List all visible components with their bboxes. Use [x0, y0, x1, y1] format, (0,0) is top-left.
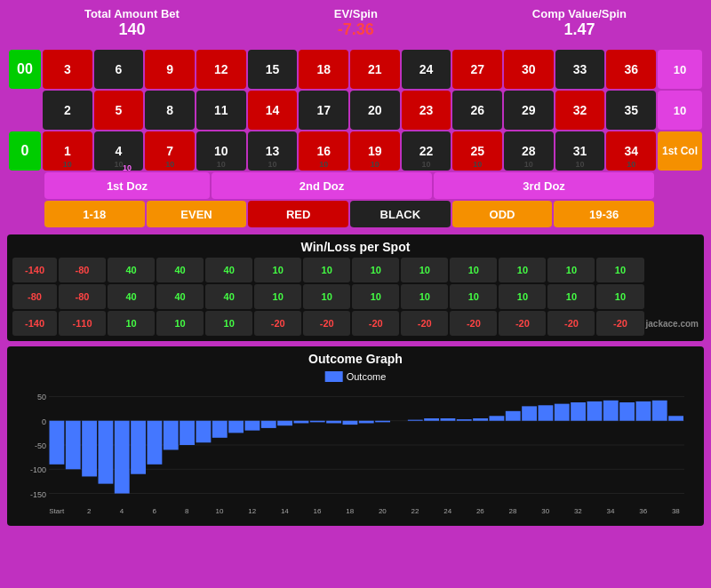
wl-cell-1-10: 10 [547, 284, 595, 309]
cell-16[interactable]: 1610 [299, 131, 348, 171]
cell-32[interactable]: 32 [555, 91, 605, 130]
cell-20[interactable]: 20 [350, 91, 400, 130]
cell-26[interactable]: 26 [452, 91, 502, 130]
cell-4[interactable]: 410 [94, 131, 144, 171]
bet-even[interactable]: EVEN [147, 201, 247, 227]
cell-13[interactable]: 1310 [248, 131, 298, 171]
wl-cell-2-5: -20 [303, 311, 350, 336]
cell-1[interactable]: 110 [43, 131, 92, 171]
svg-text:18: 18 [346, 507, 354, 515]
cell-0[interactable]: 0 [9, 131, 41, 171]
cell-5[interactable]: 5 [94, 91, 144, 130]
svg-rect-42 [571, 402, 586, 421]
bet-odd[interactable]: ODD [452, 201, 553, 227]
svg-rect-25 [294, 421, 309, 424]
cell-34[interactable]: 3410 [606, 131, 656, 171]
third-dozen-label: 3rd Doz [523, 179, 565, 193]
cell-35[interactable]: 35 [606, 91, 656, 130]
cell-00[interactable]: 00 [9, 50, 41, 89]
wl-cell-1-2: 40 [156, 284, 204, 309]
svg-rect-11 [66, 421, 81, 470]
cell-27[interactable]: 27 [452, 50, 502, 89]
wl-cell-1-6: 10 [352, 284, 399, 309]
cell-7[interactable]: 710 [145, 131, 195, 171]
svg-rect-16 [148, 421, 163, 465]
cell-33[interactable]: 33 [555, 50, 605, 89]
cell-15[interactable]: 15 [248, 50, 298, 89]
wl-left-0: -140 [12, 258, 57, 282]
col-label-row1[interactable]: 10 [658, 50, 702, 89]
wl-cell-2-4: -20 [254, 311, 301, 336]
ev-spin: EV/Spin -7.36 [334, 7, 378, 39]
svg-rect-37 [490, 416, 505, 420]
third-dozen-btn[interactable]: 3rd Doz [434, 172, 654, 199]
cell-11[interactable]: 11 [196, 91, 246, 130]
cell-17[interactable]: 17 [299, 91, 348, 130]
cell-18[interactable]: 18 [299, 50, 348, 89]
second-dozen-btn[interactable]: 2nd Doz [212, 172, 432, 199]
wl-cell-0-9: 10 [499, 258, 546, 282]
wl-left-1: -80 [12, 284, 57, 309]
cell-10[interactable]: 1010 [196, 131, 246, 171]
svg-rect-18 [180, 421, 195, 445]
bet-black[interactable]: BLACK [350, 201, 451, 227]
cell-12[interactable]: 12 [196, 50, 246, 89]
cell-14[interactable]: 14 [248, 91, 298, 130]
svg-rect-45 [619, 402, 635, 421]
cell-9[interactable]: 9 [145, 50, 195, 89]
cell-30[interactable]: 30 [504, 50, 554, 89]
col-label-row3[interactable]: 1st Col [658, 131, 702, 171]
svg-rect-19 [196, 421, 212, 443]
svg-text:20: 20 [379, 507, 387, 515]
cell-36[interactable]: 36 [606, 50, 656, 89]
svg-rect-39 [522, 406, 537, 420]
wl-cell-2-7: -20 [401, 311, 448, 336]
svg-rect-23 [261, 421, 276, 428]
wl-cell-2-2: 10 [156, 311, 204, 336]
svg-text:50: 50 [37, 393, 46, 401]
wl-cell-0-0: -80 [59, 258, 106, 282]
svg-text:36: 36 [639, 507, 647, 515]
cell-8[interactable]: 8 [145, 91, 195, 130]
ev-spin-label: EV/Spin [334, 7, 378, 20]
bet-red[interactable]: RED [248, 201, 348, 227]
wl-cell-0-3: 40 [205, 258, 252, 282]
svg-rect-24 [277, 421, 292, 425]
cell-29[interactable]: 29 [504, 91, 554, 130]
roulette-board: 0036912151821242730333610258111417202326… [9, 50, 702, 171]
svg-text:6: 6 [152, 507, 156, 515]
cell-31[interactable]: 3110 [555, 131, 605, 171]
graph-section: Outcome Graph Outcome 500-50-100-150Star… [7, 346, 704, 526]
cell-22[interactable]: 2210 [402, 131, 451, 171]
cell-25[interactable]: 2510 [452, 131, 502, 171]
svg-text:8: 8 [185, 507, 189, 515]
col-label-row2[interactable]: 10 [658, 91, 702, 130]
cell-28[interactable]: 2810 [504, 131, 554, 171]
cell-23[interactable]: 23 [402, 91, 451, 130]
bet-1-18[interactable]: 1-18 [44, 201, 145, 227]
svg-rect-29 [359, 421, 374, 424]
graph-title: Outcome Graph [12, 352, 699, 366]
winloss-title: Win/Loss per Spot [12, 240, 699, 254]
cell-3[interactable]: 3 [43, 50, 92, 89]
wl-cell-1-8: 10 [450, 284, 497, 309]
svg-text:26: 26 [476, 507, 484, 515]
wl-cell-0-5: 10 [303, 258, 350, 282]
svg-text:14: 14 [281, 507, 289, 515]
bet-19-36[interactable]: 19-36 [554, 201, 654, 227]
svg-rect-46 [636, 401, 651, 421]
wl-side-1 [646, 284, 699, 309]
first-dozen-btn[interactable]: 10 1st Doz [44, 172, 210, 199]
svg-rect-17 [164, 421, 179, 450]
svg-rect-38 [506, 411, 521, 421]
svg-rect-22 [245, 421, 260, 431]
cell-19[interactable]: 1910 [350, 131, 400, 171]
comp-value-value: 1.47 [532, 20, 627, 39]
comp-value-label: Comp Value/Spin [532, 7, 627, 20]
cell-2[interactable]: 2 [43, 91, 92, 130]
cell-21[interactable]: 21 [350, 50, 400, 89]
cell-6[interactable]: 6 [94, 50, 144, 89]
cell-24[interactable]: 24 [402, 50, 451, 89]
legend-label: Outcome [347, 371, 387, 382]
svg-rect-36 [473, 418, 488, 421]
